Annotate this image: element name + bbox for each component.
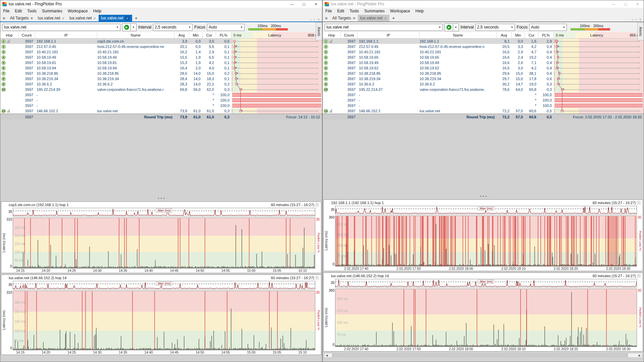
table-row[interactable]: 3597-*100,0 (0, 92, 322, 98)
column-header-min[interactable]: Min (512, 32, 525, 38)
column-header-hop[interactable]: Hop (0, 32, 18, 38)
scroll-right-icon[interactable]: ▶ (637, 353, 642, 357)
play-options-dropdown[interactable]: ▼ (131, 23, 137, 31)
alerts-side-tab[interactable]: Alerts (316, 22, 322, 41)
menu-edit[interactable]: Edit (12, 9, 24, 13)
check-icon[interactable]: ✓ (94, 16, 96, 20)
graph-range-selector[interactable]: 60 minutes (15:27 - 16:27)˅ (593, 201, 641, 205)
interval-select[interactable]: 2,5 seconds▼ (153, 24, 193, 31)
table-row[interactable]: 13597192.168.1.1csp3.zte.com.cn3,90,03,5… (0, 39, 322, 44)
play-button[interactable]: ▶ (444, 23, 453, 31)
menu-file[interactable]: File (323, 9, 334, 13)
check-icon[interactable]: ✓ (125, 16, 130, 20)
graph-range-selector[interactable]: 60 minutes (15:27 - 16:27)˅ (271, 276, 319, 280)
tab-all-targets[interactable]: All Targets✕ (330, 15, 358, 21)
column-header-pl[interactable]: PL% (216, 32, 231, 38)
table-row[interactable]: 3597-*100,0 (323, 98, 644, 103)
column-header-pl[interactable]: PL% (538, 32, 554, 38)
splitter-handle[interactable] (158, 198, 164, 199)
target-input[interactable]: lux.valve.net▼ (2, 24, 120, 31)
table-row[interactable]: 3359710.40.21.18110.40.21.18116,21,42,90… (0, 49, 322, 55)
minimize-button[interactable]: — (607, 0, 620, 8)
row-chart-icon[interactable] (329, 40, 332, 43)
tab-list-dropdown-icon[interactable]: ˅ (638, 18, 642, 21)
minimize-button[interactable]: — (286, 0, 298, 8)
row-chart-icon[interactable] (7, 109, 10, 113)
table-row[interactable]: 103597195.22.214.39valve-corporation.fra… (0, 87, 322, 92)
table-row[interactable]: 143597146.66.152.2lux.valve.net73,961,06… (0, 108, 322, 114)
table-row[interactable]: 3597-*100,0 (323, 92, 644, 98)
menu-help[interactable]: Help (413, 9, 427, 13)
tab-scroll-right-icon[interactable]: › (635, 18, 638, 21)
table-row[interactable]: 6359710.58.19.6210.58.19.6216,53,04,20,4… (323, 65, 644, 71)
tab-list-icon[interactable]: ≡ (323, 16, 330, 21)
menu-file[interactable]: File (0, 9, 12, 13)
tab-list-dropdown-icon[interactable]: ˅ (317, 18, 321, 21)
tab-lux-valve-net[interactable]: lux.valve.net✓ (358, 15, 389, 21)
row-chart-icon[interactable] (329, 109, 332, 113)
table-row[interactable]: 4359710.58.19.4910.58.19.4915,51,96,50,1… (0, 55, 322, 60)
play-options-dropdown[interactable]: ▼ (453, 23, 459, 31)
table-row[interactable]: 8359710.38.219.3410.38.219.3429,715,017,… (323, 76, 644, 81)
column-header-min[interactable]: Min (189, 32, 203, 38)
close-icon[interactable]: ✕ (30, 16, 33, 20)
table-row[interactable]: 6359710.58.19.9410.58.19.9416,42,04,00,1… (0, 65, 322, 71)
table-row[interactable]: 8359710.38.219.3410.38.219.3428,414,018,… (0, 76, 322, 81)
column-header-ip[interactable]: IP (35, 32, 97, 38)
table-row[interactable]: 7359710.38.218.8510.38.218.8529,615,038,… (323, 71, 644, 76)
close-icon[interactable]: ✕ (353, 16, 355, 20)
latency-column-header[interactable]: 0 msLatency956 ms (554, 32, 644, 38)
check-icon[interactable]: ✓ (384, 16, 387, 20)
column-header-cur[interactable]: Cur (203, 32, 216, 38)
maximize-button[interactable]: ▢ (620, 0, 632, 8)
tab-lux-valve-net[interactable]: lux.valve.net✓ (67, 15, 99, 21)
table-row[interactable]: 23597212.57.0.45host-212-57-0-45.reverse… (323, 44, 644, 49)
menu-tools[interactable]: Tools (347, 9, 362, 13)
scrollbar-track[interactable] (329, 353, 637, 357)
table-row[interactable]: 4359710.58.19.6510.58.19.6516,62,419,20,… (323, 55, 644, 60)
tab-list-icon[interactable]: ≡ (0, 16, 8, 21)
tab-scroll-left-icon[interactable]: ‹ (631, 18, 634, 21)
target-input[interactable]: lux.valve.net▼ (325, 24, 443, 31)
table-row[interactable]: 7359710.38.218.8510.38.218.8528,514,015,… (0, 71, 322, 76)
table-row[interactable]: 3597-*100,0 (323, 103, 644, 108)
table-row[interactable]: 143597146.66.152.2lux.valve.net72,257,06… (323, 108, 644, 114)
scrollbar-thumb[interactable] (332, 354, 628, 357)
table-row[interactable]: 23597212.57.0.45host-212-57-0-45.reverse… (0, 44, 322, 49)
menu-tools[interactable]: Tools (24, 9, 39, 13)
column-header-cur[interactable]: Cur (525, 32, 538, 38)
column-header-hop[interactable]: Hop (323, 32, 341, 38)
table-row[interactable]: 3597-*100,0 (0, 98, 322, 103)
tab-all-targets[interactable]: All Targets✕ (8, 15, 36, 21)
menu-workspace[interactable]: Workspace (65, 9, 91, 13)
play-button[interactable]: ▶ (122, 23, 131, 31)
table-row[interactable]: 3597-*100,0 (0, 103, 322, 108)
menu-edit[interactable]: Edit (334, 9, 347, 13)
new-tab-button[interactable]: + (132, 15, 140, 21)
tab-lux-valve-net[interactable]: lux.valve.net✓ (36, 15, 67, 21)
column-header-count[interactable]: Count (18, 32, 35, 38)
close-button[interactable]: ✕ (310, 0, 322, 8)
row-chart-icon[interactable] (7, 40, 10, 43)
table-row[interactable]: 103597195.22.214.37valve-corporation.fra… (323, 87, 644, 92)
table-row[interactable]: 9359710.36.6.210.36.6.228,314,022,20,2✕ (0, 81, 322, 87)
table-row[interactable]: 3359710.40.21.18110.40.21.18116,52,94,70… (323, 49, 644, 55)
tab-scroll-right-icon[interactable]: › (313, 18, 316, 21)
column-header-ip[interactable]: IP (358, 32, 420, 38)
scroll-left-icon[interactable]: ◀ (324, 353, 329, 357)
column-header-avg[interactable]: Avg (174, 32, 189, 38)
menu-help[interactable]: Help (91, 9, 104, 13)
menu-summaries[interactable]: Summaries (39, 9, 65, 13)
table-row[interactable]: 5359710.58.19.4910.58.19.4916,62,67,10,4… (323, 60, 644, 65)
menu-workspace[interactable]: Workspace (387, 9, 413, 13)
column-header-name[interactable]: Name (420, 32, 497, 38)
graph-range-selector[interactable]: 60 minutes (15:27 - 16:27)˅ (593, 274, 641, 278)
maximize-button[interactable]: ▢ (298, 0, 310, 8)
focus-select[interactable]: Auto▼ (207, 24, 245, 31)
column-header-count[interactable]: Count (341, 32, 358, 38)
table-row[interactable]: 13597192.168.1.1192.168.1.18,10,01,62,9✕ (323, 39, 644, 44)
graph-range-selector[interactable]: 60 minutes (15:27 - 16:27)˅ (271, 203, 319, 207)
splitter-handle[interactable] (480, 196, 486, 197)
tab-lux-valve-net[interactable]: lux.valve.net✓ (99, 15, 132, 21)
alerts-side-tab[interactable]: Alerts (637, 22, 644, 41)
